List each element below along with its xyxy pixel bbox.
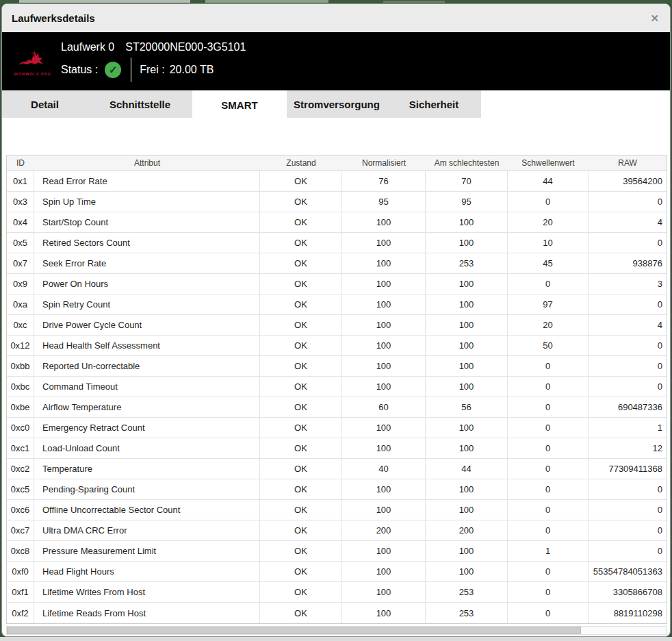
ironwolf-pro-logo: IRONWOLF PRO [8,47,57,76]
status-label: Status : [61,64,98,76]
background-blur [383,1,445,3]
table-cell: 100 [342,582,426,602]
table-row: 0x7Seek Error RateOK10025345938876 [7,253,667,274]
table-cell: 0x4 [7,212,34,232]
content-gap [2,119,670,155]
table-cell: 100 [426,294,508,314]
horizontal-scrollbar[interactable] [6,626,667,635]
table-row: 0xc1Load-Unload CountOK100100012 [7,438,667,459]
table-cell: OK [260,171,342,191]
table-cell: OK [260,377,342,397]
tab-schnittstelle[interactable]: Schnittstelle [88,90,192,118]
table-cell: 100 [426,438,508,458]
table-cell: 55354784051363 [589,562,667,581]
table-row: 0xc0Emergency Retract CountOK10010001 [7,418,667,438]
table-cell: Lifetime Reads From Host [34,603,260,623]
table-cell: Head Health Self Assessment [34,336,260,355]
table-row: 0xc7Ultra DMA CRC ErrorOK20020000 [7,520,667,541]
tab-bar: DetailSchnittstelleSMARTStromversorgungS… [2,90,670,119]
tab-detail[interactable]: Detail [2,90,88,118]
column-header: Normalisiert [342,155,426,171]
table-row: 0xaSpin Retry CountOK100100970 [7,294,667,315]
table-cell: 4 [589,212,667,232]
table-cell: 0xc5 [7,479,34,499]
table-cell: 0 [508,274,589,294]
table-cell: 100 [342,294,426,314]
table-row: 0x3Spin Up TimeOK959500 [7,192,667,212]
table-cell: 100 [342,356,426,376]
table-cell: 0 [589,336,667,355]
table-cell: 253 [426,253,508,273]
table-cell: 0 [508,479,589,499]
table-cell: 0xa [7,294,34,314]
table-cell: OK [260,603,342,623]
scrollbar-thumb[interactable] [7,627,581,634]
tab-sicherheit[interactable]: Sicherheit [387,90,481,118]
table-cell: 0xf1 [7,582,34,602]
table-cell: OK [260,438,342,458]
table-cell: Read Error Rate [34,171,260,191]
table-cell: 0 [589,233,667,253]
table-cell: 100 [342,253,426,273]
table-cell: OK [260,315,342,335]
column-header: Attribut [34,155,260,171]
drive-identity-line: Laufwerk 0 ST20000NE000-3G5101 [61,41,246,53]
table-cell: 0 [589,541,667,561]
table-row: 0xc2TemperatureOK4044077309411368 [7,459,667,479]
tab-smart[interactable]: SMART [192,90,287,119]
smart-table-header: IDAttributZustandNormalisiertAm schlecht… [7,155,667,171]
table-cell: OK [260,356,342,376]
free-label: Frei : [140,64,164,76]
tab-stromversorgung[interactable]: Stromversorgung [287,90,387,118]
background-blur [205,0,328,3]
table-cell: OK [260,294,342,314]
free-value: 20.00 TB [170,64,214,76]
table-cell: Emergency Retract Count [34,418,260,438]
table-cell: 0xc8 [7,541,34,561]
table-cell: 56 [426,397,508,417]
table-cell: 100 [342,541,426,561]
table-cell: 8819110298 [589,603,667,623]
table-cell: 95 [342,192,426,212]
drive-banner: IRONWOLF PRO Laufwerk 0 ST20000NE000-3G5… [2,32,670,90]
table-cell: 100 [342,438,426,458]
table-cell: Command Timeout [34,377,260,397]
table-cell: 0xf0 [7,562,34,581]
table-cell: 0 [589,377,667,397]
table-cell: 690487336 [589,397,667,417]
table-cell: Seek Error Rate [34,253,260,273]
table-cell: 0 [508,192,589,212]
table-cell: Lifetime Writes From Host [34,582,260,602]
table-cell: 100 [426,336,508,355]
table-cell: 100 [342,212,426,232]
table-cell: Pressure Measurement Limit [34,541,260,561]
table-row: 0x12Head Health Self AssessmentOK1001005… [7,336,667,356]
table-cell: 0 [508,459,589,479]
close-icon[interactable]: ✕ [650,13,659,23]
background-blur [19,0,190,3]
table-row: 0xcDrive Power Cycle CountOK100100204 [7,315,667,336]
table-cell: 100 [426,274,508,294]
table-cell: 0xbb [7,356,34,376]
column-header: Schwellenwert [508,155,589,171]
table-cell: 0xc0 [7,418,34,438]
tab-bar-filler [481,90,670,119]
table-row: 0xc5Pending-Sparing CountOK10010000 [7,479,667,500]
table-row: 0xbcCommand TimeoutOK10010000 [7,377,667,397]
table-cell: 44 [508,171,589,191]
table-cell: Spin Up Time [34,192,260,212]
table-cell: 45 [508,253,589,273]
table-cell: 3 [589,274,667,294]
table-cell: OK [260,459,342,479]
table-cell: 0xc7 [7,520,34,540]
table-cell: 10 [508,233,589,253]
table-cell: OK [260,192,342,212]
table-cell: Head Flight Hours [34,562,260,581]
table-cell: 20 [508,315,589,335]
table-cell: 100 [426,377,508,397]
table-cell: 100 [342,336,426,355]
table-row: 0xf1Lifetime Writes From HostOK100253033… [7,582,667,603]
table-cell: 76 [342,171,426,191]
table-cell: 100 [342,562,426,581]
table-cell: 100 [426,356,508,376]
